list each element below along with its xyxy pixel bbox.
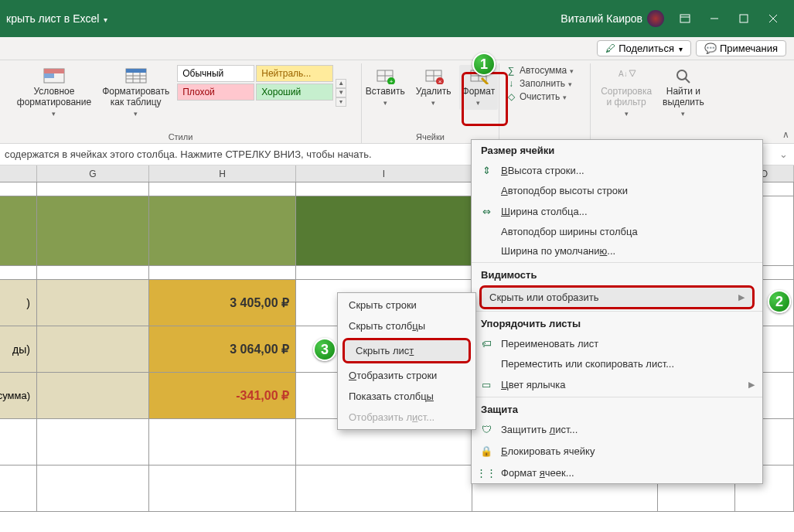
conditional-formatting-label: Условное форматирование [17, 87, 91, 108]
menu-item-unhide-rows[interactable]: Отобразить строки [338, 365, 475, 386]
menu-section-visibility: Видимость [472, 264, 762, 284]
menu-item-default-width[interactable]: Ширина по умолчанию... [472, 241, 762, 261]
format-as-table-button[interactable]: Форматировать как таблицу [99, 65, 172, 120]
avatar [647, 10, 664, 27]
comments-label: Примечания [720, 43, 778, 54]
column-header-h[interactable]: H [149, 165, 296, 182]
svg-rect-8 [44, 73, 54, 78]
menu-item-format-cells[interactable]: ⋮⋮Формат ячеек... [472, 462, 762, 483]
svg-rect-7 [44, 69, 64, 73]
cell-label: вая сумма) [0, 373, 37, 419]
styles-gallery-expand[interactable]: ▲▼▾ [335, 65, 347, 120]
delete-label: Удалить [416, 87, 452, 97]
clear-label: Очистить [520, 91, 560, 102]
menu-item-unhide-columns[interactable]: Показать столбцы [338, 386, 475, 407]
share-label: Поделиться [619, 43, 674, 54]
cell-label: ды) [0, 326, 37, 373]
cell-style-normal[interactable]: Обычный [177, 65, 254, 82]
close-button[interactable] [758, 5, 788, 32]
insert-cells-button[interactable]: + Вставить [363, 65, 408, 110]
menu-section-protect: Защита [472, 399, 762, 418]
menu-section-cell-size: Размер ячейки [472, 140, 762, 159]
callout-2: 2 [768, 290, 791, 313]
user-account[interactable]: Виталий Каиров [561, 10, 664, 27]
sort-filter-button[interactable]: A↓ Сортировка и фильтр [598, 65, 655, 120]
cells-group-label: Ячейки [416, 131, 445, 142]
column-header-g[interactable]: G [37, 165, 149, 182]
fill-button[interactable]: ↓Заполнить [506, 78, 574, 89]
callout-3: 3 [313, 338, 336, 361]
svg-text:+: + [390, 78, 394, 84]
menu-item-rename-sheet[interactable]: 🏷Переименовать лист [472, 332, 762, 354]
title-dropdown-icon[interactable] [102, 12, 107, 25]
menu-item-row-height[interactable]: ⇕ВВысота строки... [472, 159, 762, 181]
menu-item-column-width[interactable]: ⇔Ширина столбца... [472, 200, 762, 222]
menu-item-hide-rows[interactable]: Скрыть строки [338, 295, 475, 315]
autosum-label: Автосумма [520, 65, 567, 76]
maximize-button[interactable] [729, 5, 758, 32]
document-title: крыть лист в Excel [6, 12, 99, 25]
menu-section-organize: Упорядочить листы [472, 313, 762, 332]
ribbon-display-button[interactable] [670, 5, 700, 32]
svg-rect-3 [740, 15, 748, 22]
collapse-ribbon-icon[interactable]: ∧ [782, 129, 789, 140]
share-button[interactable]: 🖊 Поделиться [597, 40, 691, 56]
submenu-arrow-icon: ▶ [738, 292, 745, 302]
find-select-button[interactable]: Найти и выделить [659, 65, 707, 120]
insert-label: Вставить [366, 87, 405, 97]
menu-item-move-copy-sheet[interactable]: Переместить или скопировать лист... [472, 354, 762, 373]
menu-item-autofit-row-height[interactable]: Автоподбор высоты строки [472, 181, 762, 200]
submenu-arrow-icon: ▶ [748, 380, 755, 390]
svg-rect-0 [680, 15, 690, 22]
menu-item-hide-unhide[interactable]: Скрыть или отобразить▶ [479, 285, 755, 309]
format-dropdown-menu: Размер ячейки ⇕ВВысота строки... Автопод… [471, 139, 763, 484]
autosum-button[interactable]: ∑Автосумма [506, 65, 574, 76]
conditional-formatting-button[interactable]: Условное форматирование [14, 65, 94, 120]
format-as-table-label: Форматировать как таблицу [102, 87, 169, 108]
cell-style-neutral[interactable]: Нейтраль... [256, 65, 333, 82]
fill-label: Заполнить [520, 78, 565, 89]
minimize-button[interactable] [700, 5, 729, 32]
cell-value: 3 405,00 ₽ [149, 280, 296, 326]
formula-expand-icon[interactable]: ⌄ [777, 148, 789, 160]
titlebar: крыть лист в Excel Виталий Каиров [0, 0, 794, 37]
ribbon: Условное форматирование Форматировать ка… [0, 60, 794, 144]
menu-item-unhide-sheet: Отобразить лист... [338, 407, 475, 428]
svg-rect-10 [126, 69, 146, 73]
menu-item-hide-sheet[interactable]: Скрыть лист [342, 338, 471, 363]
find-select-label: Найти и выделить [663, 87, 704, 108]
cell-style-bad[interactable]: Плохой [177, 84, 254, 101]
menu-item-tab-color[interactable]: ▭Цвет ярлычка▶ [472, 373, 762, 395]
svg-text:A↓: A↓ [619, 70, 628, 78]
share-bar: 🖊 Поделиться 💬 Примечания [0, 37, 794, 60]
comments-button[interactable]: 💬 Примечания [696, 40, 786, 56]
cell-value: -341,00 ₽ [149, 373, 296, 419]
svg-text:×: × [438, 78, 441, 84]
format-label: Формат [462, 87, 496, 97]
menu-item-hide-columns[interactable]: Скрыть столбцы [338, 315, 475, 336]
menu-item-autofit-column-width[interactable]: Автоподбор ширины столбца [472, 222, 762, 241]
hide-unhide-submenu: Скрыть строки Скрыть столбцы Скрыть лист… [337, 292, 476, 430]
cell-style-good[interactable]: Хороший [256, 84, 333, 101]
callout-1: 1 [472, 53, 496, 76]
styles-group-label: Стили [169, 131, 193, 142]
svg-line-30 [685, 78, 690, 83]
sort-filter-label: Сортировка и фильтр [601, 87, 652, 108]
cell-value: 3 064,00 ₽ [149, 326, 296, 373]
menu-item-protect-sheet[interactable]: 🛡Защитить лист... [472, 418, 762, 440]
menu-item-lock-cell[interactable]: 🔒Блокировать ячейку [472, 440, 762, 462]
column-header-i[interactable]: I [296, 165, 472, 182]
clear-button[interactable]: ◇Очистить [506, 91, 574, 102]
delete-cells-button[interactable]: × Удалить [413, 65, 455, 110]
user-name: Виталий Каиров [561, 12, 642, 25]
